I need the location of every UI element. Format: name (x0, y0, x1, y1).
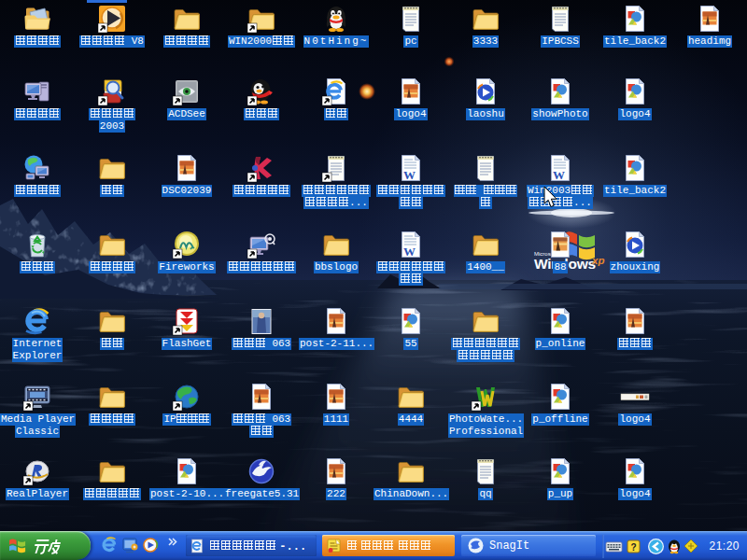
svg-text:?: ? (631, 542, 637, 553)
